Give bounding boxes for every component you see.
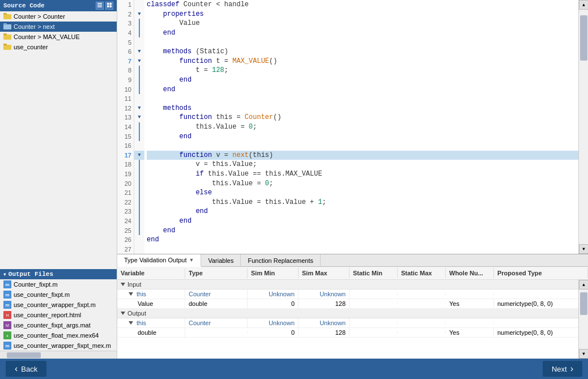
expand-this-icon[interactable]: [129, 292, 133, 296]
m-file-icon: m: [3, 291, 11, 299]
svg-rect-5: [107, 6, 109, 8]
code-line-17: function v = next(this): [147, 151, 578, 160]
scrollbar-up-btn[interactable]: ▲: [579, 0, 588, 10]
table-scroll-up[interactable]: ▲: [579, 280, 588, 289]
file-label: use_counter_fixpt.m: [14, 291, 70, 298]
col-type: Type: [185, 268, 248, 278]
fold-13[interactable]: ▼: [134, 113, 144, 122]
fold-2[interactable]: ▼: [134, 10, 144, 19]
file-counter-fixpt[interactable]: m Counter_fixpt.m: [0, 279, 117, 289]
scrollbar-down-btn[interactable]: ▼: [579, 244, 588, 254]
vertical-scrollbar[interactable]: ▲ ▼: [578, 0, 588, 254]
tab-type-validation[interactable]: Type Validation Output ▼: [117, 254, 201, 267]
fold-7[interactable]: ▼: [134, 57, 144, 66]
svg-rect-11: [3, 35, 11, 40]
sidebar-item-label: use_counter: [14, 44, 48, 50]
file-use-counter-float-mex[interactable]: x use_counter_float_mex.mex64: [0, 330, 117, 340]
tab-dropdown-icon[interactable]: ▼: [189, 257, 194, 263]
fold-bar-8: [139, 66, 140, 75]
html-file-icon: H: [3, 311, 11, 319]
cell-proposed-type-empty-out: [494, 322, 588, 324]
table-scrollbar-v[interactable]: ▲ ▼: [578, 280, 588, 359]
code-line-9: end: [147, 75, 578, 85]
line-num-8: 8: [117, 66, 134, 75]
section-output: Output: [117, 309, 588, 318]
section-input: Input: [117, 280, 588, 289]
mat-file-icon: M: [3, 321, 11, 329]
scrollbar-thumb-v[interactable]: [580, 15, 587, 61]
code-line-3: Value: [147, 19, 578, 28]
fold-12[interactable]: ▼: [134, 104, 144, 113]
code-line-19: if this.Value == this.MAX_VALUE: [147, 169, 578, 179]
svg-rect-12: [3, 33, 7, 35]
sidebar-item-use-counter[interactable]: use_counter: [0, 42, 117, 52]
line-num-25: 25: [117, 225, 134, 235]
cell-sim-max-unknown: Unknown: [299, 289, 350, 299]
code-line-2: properties: [147, 10, 578, 19]
tabs-row: Type Validation Output ▼ Variables Funct…: [117, 254, 588, 267]
code-panel: 1 2 3 4 5 6 7 8 9 10 11 12 13 14 15 16 1…: [117, 0, 588, 359]
code-line-5: [147, 37, 578, 47]
file-use-counter-wrapper[interactable]: m use_counter_wrapper_fixpt.m: [0, 300, 117, 310]
table-row-value-input: Value double 0 128 Yes numerictype(0, 8,…: [117, 299, 588, 309]
next-button[interactable]: Next ›: [543, 361, 582, 377]
code-line-18: v = this.Value;: [147, 160, 578, 169]
cell-static-min-empty: [350, 293, 398, 295]
file-use-counter-wrapper-mex[interactable]: m use_counter_wrapper_fixpt_mex.m: [0, 340, 117, 351]
fold-17[interactable]: ▼: [134, 151, 144, 160]
svg-rect-13: [3, 45, 11, 50]
line-num-23: 23: [117, 207, 134, 216]
fold-bar-18: [139, 160, 140, 169]
back-button[interactable]: ‹ Back: [6, 361, 46, 377]
back-arrow-icon: ‹: [15, 364, 18, 374]
line-num-3: 3: [117, 19, 134, 28]
file-use-counter-fixpt[interactable]: m use_counter_fixpt.m: [0, 289, 117, 300]
line-num-6: 6: [117, 47, 134, 57]
next-arrow-icon: ›: [570, 364, 573, 374]
grid-view-icon[interactable]: [105, 2, 113, 10]
m-file-icon: m: [3, 342, 11, 350]
tab-label: Type Validation Output: [124, 257, 186, 263]
table-scroll-down[interactable]: ▼: [579, 349, 588, 359]
cell-this-out-label: this: [137, 320, 146, 326]
fold-bar-3: [139, 19, 140, 28]
expand-this-out-icon[interactable]: [129, 321, 133, 325]
code-area: 1 2 3 4 5 6 7 8 9 10 11 12 13 14 15 16 1…: [117, 0, 588, 254]
triangle-icon: ▼: [3, 272, 6, 277]
sidebar-item-label: Counter > next: [14, 23, 54, 30]
cell-type-double: double: [185, 299, 248, 308]
fold-6[interactable]: ▼: [134, 47, 144, 57]
scrollbar-track[interactable]: [579, 10, 588, 244]
fold-bar-26: [134, 235, 144, 245]
table-scroll-thumb[interactable]: [580, 292, 587, 315]
tab-variables[interactable]: Variables: [201, 254, 241, 266]
list-view-icon[interactable]: [96, 2, 104, 10]
sidebar-item-label: Counter > MAX_VALUE: [14, 33, 80, 40]
cell-proposed-type-numeric-out: numerictype(0, 8, 0): [494, 328, 588, 337]
scrollbar-thumb[interactable]: [7, 352, 41, 358]
tab-function-replacements[interactable]: Function Replacements: [241, 254, 321, 266]
cell-static-min-val: [350, 303, 398, 305]
horizontal-scrollbar[interactable]: [0, 351, 117, 359]
file-use-counter-args[interactable]: M use_counter_fixpt_args.mat: [0, 320, 117, 330]
section-input-label: Input: [127, 281, 141, 288]
section-output-label: Output: [127, 310, 146, 317]
col-variable: Variable: [117, 268, 185, 278]
code-line-23: end: [147, 207, 578, 216]
fold-bar-20: [139, 178, 140, 188]
line-num-7: 7: [117, 57, 134, 66]
fold-bar-25: [139, 225, 140, 235]
sidebar-item-counter-max[interactable]: Counter > MAX_VALUE: [0, 32, 117, 42]
file-use-counter-report[interactable]: H use_counter_report.html: [0, 310, 117, 320]
cell-sim-max-128: 128: [299, 299, 350, 308]
table-scroll-track[interactable]: [579, 289, 588, 349]
fold-bar-10: [139, 84, 140, 94]
sidebar-item-counter-counter[interactable]: Counter > Counter: [0, 11, 117, 22]
cell-whole-num-empty: [446, 293, 494, 295]
sidebar-item-counter-next[interactable]: Counter > next: [0, 22, 117, 32]
expand-output-icon[interactable]: [121, 312, 125, 315]
expand-input-icon[interactable]: [121, 283, 125, 286]
cell-sim-max-128-out: 128: [299, 328, 350, 337]
cell-type-counter-out: Counter: [185, 318, 248, 327]
svg-rect-8: [3, 13, 7, 15]
